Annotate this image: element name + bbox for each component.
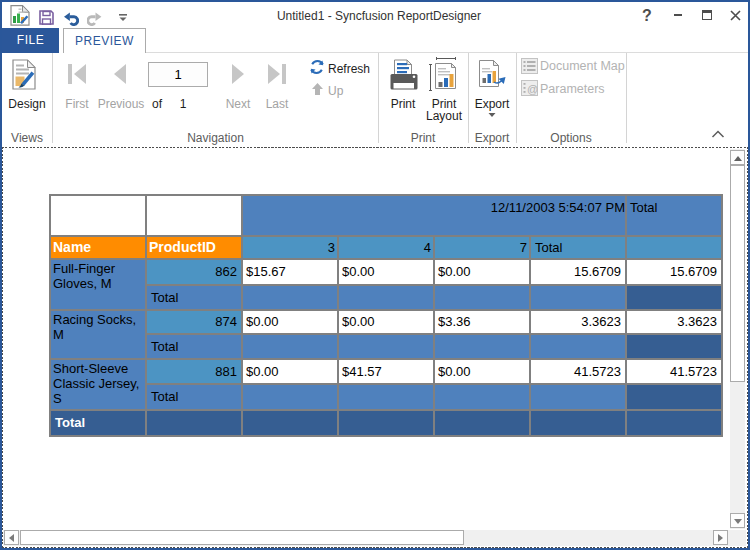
svg-text:@: @ [527, 83, 538, 95]
